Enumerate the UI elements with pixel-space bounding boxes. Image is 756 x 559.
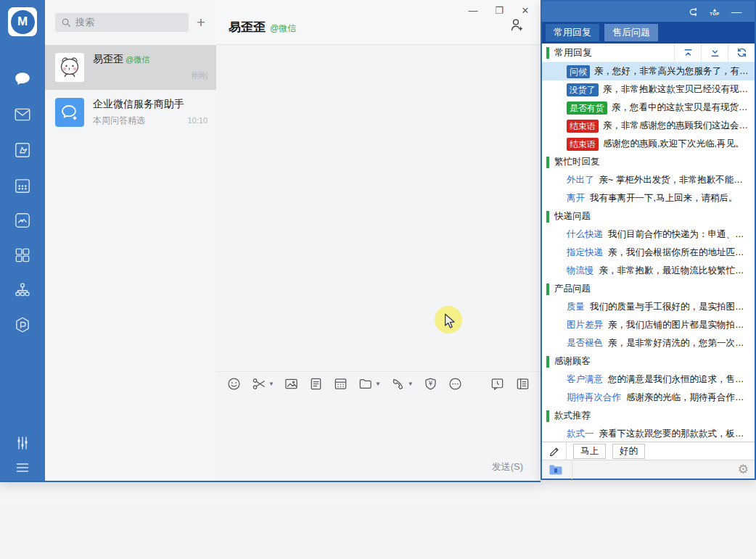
reply-tag[interactable]: 问候 — [567, 65, 590, 78]
reply-label[interactable]: 离开 — [567, 192, 585, 204]
call-icon[interactable]: ▼ — [390, 376, 414, 392]
team-folder-icon[interactable] — [542, 460, 572, 479]
collect-grid-icon[interactable] — [333, 376, 348, 392]
panel-tabs: 常用回复 售后问题 — [542, 22, 755, 44]
reply-text: 亲，您看中的这款宝贝是有现货的呢... — [612, 102, 750, 114]
quick-reply-button[interactable]: 好的 — [612, 444, 645, 459]
maximize-button[interactable]: ❐ — [491, 3, 507, 17]
workbench-icon[interactable] — [13, 141, 32, 160]
group-bar — [546, 157, 549, 168]
group-title: 感谢顾客 — [554, 355, 591, 368]
reply-tag[interactable]: 结束语 — [567, 138, 599, 151]
chat-item-badge: @微信 — [126, 54, 149, 65]
reply-item[interactable]: 物流慢亲，非常抱歉，最近物流比较繁忙，发... — [542, 262, 755, 280]
edit-pencil-icon[interactable] — [542, 442, 567, 460]
reply-group-header[interactable]: 产品问题 — [542, 280, 755, 298]
reply-text: 亲，非常抱歉这款宝贝已经没有现货了... — [603, 83, 750, 96]
quick-reply-button[interactable]: 马上 — [573, 444, 606, 459]
file-icon[interactable] — [308, 376, 324, 392]
reply-tag[interactable]: 是否有货 — [567, 102, 607, 115]
reply-group-header[interactable]: 繁忙时回复 — [542, 153, 755, 171]
reply-text: 亲~ 掌柜外出发货，非常抱歉不能及时... — [599, 174, 751, 186]
reply-group-header[interactable]: 感谢顾客 — [542, 352, 755, 370]
close-button[interactable]: ✕ — [517, 3, 533, 17]
reply-group-header[interactable]: 款式推荐 — [542, 407, 755, 425]
chat-item-time: 刚刚 — [192, 70, 208, 81]
reply-item[interactable]: 客户满意您的满意是我们永恒的追求，售后如... — [542, 370, 755, 389]
reply-label[interactable]: 外出了 — [567, 174, 594, 186]
reply-item[interactable]: 外出了亲~ 掌柜外出发货，非常抱歉不能及时... — [542, 171, 755, 189]
more-icon[interactable] — [448, 376, 463, 392]
reply-label[interactable]: 期待再次合作 — [567, 392, 621, 404]
reply-item[interactable]: 是否有货亲，您看中的这款宝贝是有现货的呢... — [542, 99, 755, 117]
chat-list-item[interactable]: 易歪歪 @微信 刚刚 — [45, 45, 216, 90]
plugin-hexagon-icon[interactable] — [13, 315, 32, 334]
menu-icon[interactable] — [13, 458, 32, 477]
reply-item[interactable]: 离开我有事离开一下,马上回来，请稍后。 — [542, 189, 755, 207]
reply-text: 亲看下这款跟您要的那款款式，板型上... — [599, 428, 751, 440]
tab-aftersale-questions[interactable]: 售后问题 — [604, 24, 658, 41]
reply-label[interactable]: 物流慢 — [567, 265, 594, 277]
send-button[interactable]: 发送(S) — [492, 461, 523, 472]
reply-label[interactable]: 指定快递 — [567, 247, 603, 259]
group-bar — [546, 410, 549, 422]
reply-item[interactable]: 问候亲，您好，非常高兴为您服务了，有什么... — [542, 62, 755, 80]
folder-icon[interactable]: ▼ — [358, 376, 381, 392]
reply-item[interactable]: 款式一亲看下这款跟您要的那款款式，板型上... — [542, 425, 755, 442]
refresh-icon[interactable] — [728, 44, 755, 62]
mail-icon[interactable] — [13, 105, 32, 124]
reply-label[interactable]: 质量 — [567, 301, 585, 313]
avatar — [55, 53, 84, 82]
reply-label[interactable]: 客户满意 — [567, 373, 603, 386]
tab-common-replies[interactable]: 常用回复 — [546, 24, 599, 41]
collapse-all-icon[interactable] — [674, 44, 701, 62]
reply-item[interactable]: 质量我们的质量与手工很好的，是实拍图，请... — [542, 298, 755, 316]
reply-item[interactable]: 结束语感谢您的惠顾,欢迎下次光临,再见。 — [542, 135, 755, 153]
app-logo-icon[interactable]: M — [8, 7, 37, 36]
org-chart-icon[interactable] — [13, 281, 32, 299]
reply-group-header[interactable]: 快递问题 — [542, 207, 755, 225]
message-panel-icon[interactable] — [515, 376, 530, 392]
image-icon[interactable] — [284, 376, 299, 392]
chat-list-item[interactable]: 企业微信服务商助手 本周问答精选 10:10 — [45, 90, 216, 135]
chat-item-name: 易歪歪 — [93, 53, 123, 66]
panel-titlebar: ▲ TOP — — [542, 1, 755, 22]
payment-icon[interactable]: ¥ — [423, 376, 438, 392]
group-title: 快递问题 — [554, 210, 591, 223]
reply-text: 亲，您好，非常高兴为您服务了，有什么... — [594, 65, 750, 78]
pin-top-icon[interactable]: ▲ TOP — [704, 4, 726, 20]
add-member-icon[interactable] — [509, 17, 525, 36]
chat-history-icon[interactable] — [490, 376, 505, 392]
group-bar — [546, 211, 549, 223]
minimize-button[interactable]: — — [465, 3, 481, 17]
reply-label[interactable]: 图片差异 — [567, 319, 603, 331]
reply-item[interactable]: 什么快递我们目前合作的快递为：申通、韵达... — [542, 225, 755, 244]
reply-label[interactable]: 什么快递 — [567, 228, 603, 241]
emoji-icon[interactable] — [226, 376, 242, 392]
section-title: 常用回复 — [554, 46, 674, 59]
panel-minimize-button[interactable]: — — [726, 4, 747, 20]
reply-text: 亲，非常抱歉，最近物流比较繁忙，发... — [599, 265, 751, 277]
screenshot-icon[interactable]: ▼ — [251, 376, 274, 392]
expand-all-icon[interactable] — [701, 44, 728, 62]
chat-icon[interactable] — [13, 70, 32, 88]
reply-tag[interactable]: 结束语 — [567, 120, 599, 133]
apps-grid-icon[interactable] — [13, 246, 32, 265]
reply-item[interactable]: 图片差异亲，我们店铺的图片都是实物拍摄的... — [542, 316, 755, 334]
reply-label[interactable]: 是否褪色 — [567, 337, 603, 349]
reply-item[interactable]: 期待再次合作感谢亲的光临，期待再合作啦!, ... — [542, 389, 755, 407]
reply-tag[interactable]: 没货了 — [567, 83, 599, 96]
new-chat-button[interactable]: + — [192, 13, 210, 32]
calendar-icon[interactable] — [13, 176, 32, 195]
drive-icon[interactable] — [13, 211, 32, 230]
filters-icon[interactable] — [13, 434, 32, 452]
reply-item[interactable]: 是否褪色亲，是非常好清洗的，您第一次洗的... — [542, 334, 755, 352]
settings-gear-icon[interactable]: ⚙ — [738, 463, 749, 476]
reply-text: 我们目前合作的快递为：申通、韵达... — [608, 228, 750, 241]
dock-magnet-icon[interactable] — [682, 4, 704, 20]
reply-label[interactable]: 款式一 — [567, 428, 594, 440]
search-input[interactable]: 搜索 — [55, 13, 189, 32]
reply-item[interactable]: 没货了亲，非常抱歉这款宝贝已经没有现货了... — [542, 80, 755, 99]
reply-item[interactable]: 指定快递亲，我们会根据你所在的地址匹配合... — [542, 244, 755, 262]
reply-item[interactable]: 结束语亲，非常感谢您的惠顾我们这边会在第... — [542, 117, 755, 135]
